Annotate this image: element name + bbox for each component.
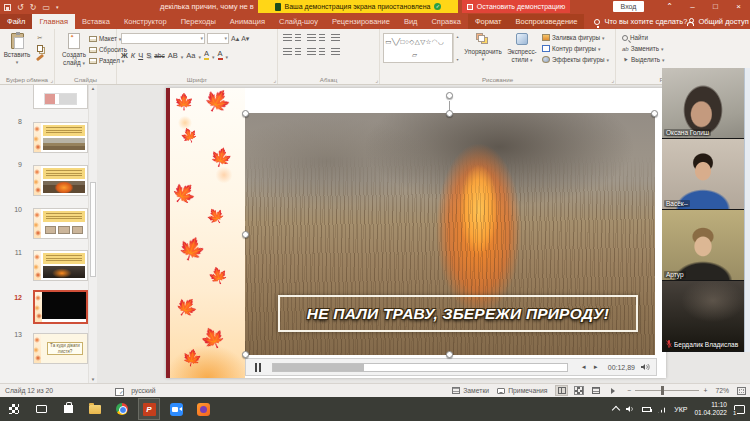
volume-icon[interactable] — [641, 363, 650, 371]
shape-glyph-icon[interactable]: ▭ — [385, 38, 391, 46]
paste-button[interactable]: Вставить ▾ — [0, 29, 34, 65]
columns-button[interactable] — [331, 48, 340, 56]
bold-button[interactable]: Ж — [121, 51, 128, 60]
undo-icon[interactable]: ↺ — [17, 3, 24, 12]
start-slideshow-icon[interactable]: ▭ — [42, 3, 50, 12]
change-case-button[interactable]: Аа — [186, 51, 195, 60]
notes-button[interactable]: Заметки — [452, 387, 489, 394]
cut-icon[interactable]: ✂ — [37, 34, 42, 41]
new-slide-button[interactable]: Создать слайд ▾ — [57, 29, 91, 66]
drawing-dialog-launcher[interactable]: ⌟ — [611, 76, 614, 83]
scrollbar-thumb[interactable] — [90, 182, 96, 277]
shape-glyph-icon[interactable]: ▽ — [420, 38, 425, 46]
participant-tile[interactable]: Оксана Голиш — [662, 68, 744, 139]
powerpoint-button[interactable]: P — [138, 398, 160, 420]
arrange-button[interactable]: Упорядочить ▾ — [464, 32, 502, 62]
shape-glyph-icon[interactable]: ○ — [405, 38, 409, 46]
shape-glyph-icon[interactable]: ◇ — [409, 38, 414, 46]
font-dialog-launcher[interactable]: ⌟ — [273, 76, 276, 83]
normal-view-button[interactable] — [555, 385, 568, 396]
shape-effects-button[interactable]: Эффекты фигуры▾ — [542, 56, 609, 63]
dropdown-icon[interactable]: ▾ — [226, 54, 229, 60]
underline-button[interactable]: Ч — [138, 51, 143, 60]
scroll-up-icon[interactable]: ▲ — [89, 86, 97, 91]
hidden-icons-chevron[interactable] — [612, 406, 620, 414]
increase-indent-button[interactable] — [319, 34, 328, 42]
tab-review[interactable]: Рецензирование — [325, 14, 397, 29]
network-icon[interactable] — [658, 406, 667, 413]
slide-12[interactable]: 🍁🍁🍁🍁🍁🍁🍁🍁🍁🍁🍁 НЕ ПАЛИ ТРАВУ, ЗБЕРЕЖИ ПРИРО… — [166, 88, 666, 378]
stop-sharing-button[interactable]: Остановить демонстрацию — [462, 0, 570, 13]
redo-icon[interactable]: ↻ — [30, 3, 37, 12]
tell-me-box[interactable]: Что вы хотите сделать? — [584, 14, 687, 29]
browser-button[interactable] — [192, 398, 214, 420]
close-button[interactable]: × — [727, 0, 750, 14]
align-left-button[interactable] — [283, 48, 292, 56]
slide-thumbnail-10[interactable] — [33, 208, 88, 239]
select-button[interactable]: Выделить▾ — [622, 56, 665, 63]
shape-glyph-icon[interactable]: □ — [401, 38, 405, 46]
battery-icon[interactable] — [642, 407, 651, 412]
bullets-button[interactable] — [283, 34, 292, 42]
shapes-scrollbar[interactable]: ▴▾ — [453, 33, 461, 63]
resize-handle-bottom-center[interactable] — [446, 351, 453, 358]
shrink-font-icon[interactable]: А▾ — [241, 35, 249, 43]
tab-design[interactable]: Конструктор — [117, 14, 174, 29]
taskbar-clock[interactable]: 11:10 01.04.2022 — [694, 401, 727, 417]
slide-thumbnail-12[interactable] — [33, 290, 88, 324]
copy-icon[interactable] — [37, 45, 43, 52]
dropdown-icon[interactable]: ▾ — [181, 54, 184, 60]
file-explorer-button[interactable] — [84, 398, 106, 420]
font-size-box[interactable] — [207, 33, 229, 44]
resize-handle-middle-left[interactable] — [242, 231, 249, 238]
video-progress-bar[interactable] — [272, 363, 568, 372]
shape-glyph-icon[interactable]: △ — [415, 38, 420, 46]
tab-slideshow[interactable]: Слайд-шоу — [272, 14, 325, 29]
dropdown-icon[interactable]: ▾ — [212, 54, 215, 60]
shape-glyph-icon[interactable]: ◡ — [438, 38, 444, 46]
tab-format[interactable]: Формат — [468, 14, 509, 29]
qat-customize-icon[interactable]: ▾ — [56, 4, 59, 10]
shapes-gallery[interactable]: ▴▾ ▭╲╱□○◇△▽☆◠◡▱ — [383, 33, 453, 63]
quick-styles-button[interactable]: Экспресс- стили ▾ — [504, 32, 540, 63]
dropdown-icon[interactable]: ▾ — [199, 54, 202, 60]
keyboard-language[interactable]: УКР — [674, 406, 687, 413]
zoom-in-icon[interactable]: + — [703, 387, 707, 394]
find-button[interactable]: Найти — [622, 34, 665, 41]
justify-button[interactable] — [319, 48, 328, 56]
save-icon[interactable] — [4, 4, 11, 11]
tab-home[interactable]: Главная — [32, 14, 75, 29]
grow-font-icon[interactable]: А▴ — [231, 35, 239, 43]
fit-slide-icon[interactable] — [737, 387, 746, 395]
zoom-app-button[interactable] — [165, 398, 187, 420]
highlight-color-button[interactable]: А — [204, 49, 209, 60]
shape-glyph-icon[interactable]: ◠ — [432, 38, 438, 46]
ribbon-display-options-icon[interactable]: ⌃ — [658, 0, 681, 14]
format-painter-icon[interactable] — [36, 54, 44, 61]
pause-icon[interactable] — [254, 363, 262, 372]
minimize-button[interactable]: – — [681, 0, 704, 14]
task-view-button[interactable] — [30, 398, 52, 420]
resize-handle-top-center[interactable] — [446, 110, 453, 117]
tab-animations[interactable]: Анимация — [223, 14, 272, 29]
zoom-level[interactable]: 72% — [715, 387, 729, 394]
participant-tile[interactable]: Васёк-- — [662, 139, 744, 210]
spellcheck-icon[interactable] — [115, 387, 123, 395]
resize-handle-bottom-left[interactable] — [242, 351, 249, 358]
tab-help[interactable]: Справка — [424, 14, 467, 29]
strikethrough-button[interactable]: abc — [154, 51, 164, 60]
tab-transitions[interactable]: Переходы — [174, 14, 223, 29]
shape-fill-button[interactable]: Заливка фигуры▾ — [542, 34, 609, 41]
numbering-button[interactable] — [295, 34, 304, 42]
tab-view[interactable]: Вид — [397, 14, 425, 29]
resize-handle-top-right[interactable] — [651, 110, 658, 117]
slide-thumbnail-11[interactable] — [33, 250, 88, 281]
store-button[interactable] — [57, 398, 79, 420]
slide-thumbnail-9[interactable] — [33, 165, 88, 196]
zoom-out-icon[interactable]: − — [627, 387, 631, 394]
tab-playback[interactable]: Воспроизведение — [509, 14, 585, 29]
shape-glyph-icon[interactable]: ☆ — [426, 38, 432, 46]
tab-insert[interactable]: Вставка — [75, 14, 117, 29]
zoom-slider[interactable] — [635, 390, 699, 391]
text-shadow-button[interactable]: S — [146, 51, 151, 60]
